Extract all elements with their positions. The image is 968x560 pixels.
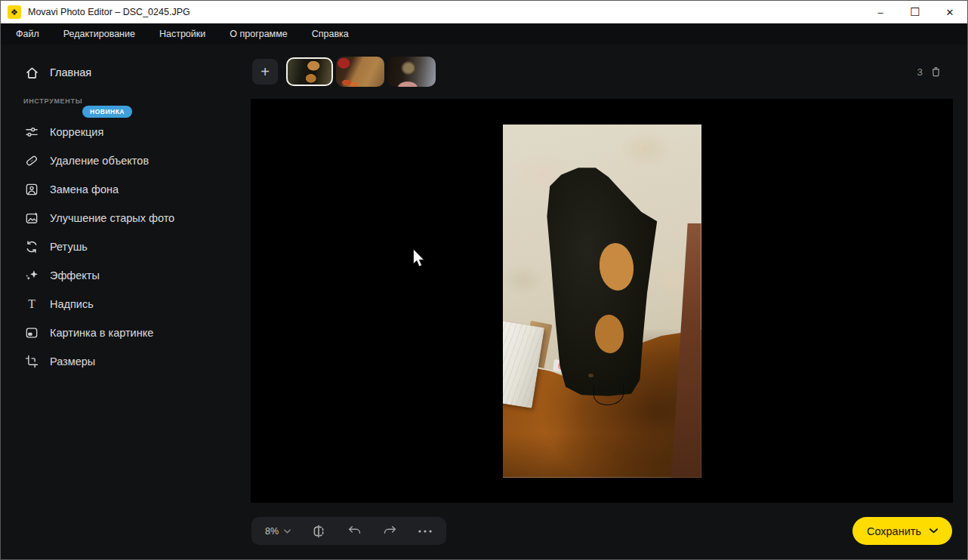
- sidebar-item-home[interactable]: Главная: [1, 58, 251, 87]
- window-controls: – ☐ ✕: [863, 1, 967, 23]
- menu-edit[interactable]: Редактирование: [51, 23, 147, 45]
- sidebar-section-label: ИНСТРУМЕНТЫ: [23, 97, 251, 105]
- portrait-icon: [23, 181, 40, 198]
- sidebar-item-adjustments[interactable]: Коррекция: [1, 118, 251, 146]
- titlebar: ❖ Movavi Photo Editor – DSC_0245.JPG – ☐…: [1, 1, 967, 23]
- close-button[interactable]: ✕: [933, 1, 967, 23]
- minimize-button[interactable]: –: [863, 1, 898, 23]
- photo-count: 3: [917, 66, 923, 78]
- sidebar-item-resize[interactable]: Размеры: [1, 347, 251, 376]
- picture-in-picture-icon: [23, 325, 40, 341]
- menubar: Файл Редактирование Настройки О программ…: [1, 23, 967, 45]
- sidebar-item-background-replacement[interactable]: Замена фона: [1, 175, 251, 204]
- sidebar-item-picture-in-picture[interactable]: Картинка в картинке: [1, 318, 251, 347]
- sidebar-item-object-removal[interactable]: Удаление объектов: [1, 146, 251, 175]
- new-feature-badge: НОВИНКА: [82, 106, 132, 118]
- menu-about[interactable]: О программе: [217, 23, 299, 45]
- undo-button[interactable]: [347, 524, 362, 539]
- sidebar-item-label: Картинка в картинке: [50, 327, 153, 339]
- maximize-button[interactable]: ☐: [898, 1, 933, 23]
- sidebar-item-label: Эффекты: [50, 269, 100, 282]
- text-icon: T: [23, 296, 40, 312]
- main-area: + 3: [251, 45, 967, 559]
- thumbnail-3[interactable]: [387, 57, 436, 87]
- bottom-bar: 8%: [251, 503, 967, 559]
- sidebar-item-label: Улучшение старых фото: [50, 212, 174, 224]
- photo-restore-icon: [23, 210, 40, 226]
- eraser-icon: [23, 152, 40, 169]
- svg-text:T: T: [28, 297, 35, 310]
- view-toolbar: 8%: [251, 517, 446, 545]
- zoom-level-value: 8%: [265, 526, 279, 537]
- before-after-compare-button[interactable]: [311, 524, 326, 539]
- save-button-label: Сохранить: [867, 525, 921, 537]
- more-options-button[interactable]: [418, 524, 433, 539]
- sidebar-item-label: Ретушь: [50, 241, 88, 253]
- sidebar: Главная ИНСТРУМЕНТЫ НОВИНКА Коррекция Уд…: [1, 45, 251, 559]
- effects-sparkle-icon: [23, 267, 40, 284]
- retouch-icon: [23, 238, 40, 255]
- zoom-level-dropdown[interactable]: 8%: [265, 526, 291, 537]
- home-icon: [23, 64, 40, 81]
- menu-help[interactable]: Справка: [300, 23, 361, 45]
- app-window: ❖ Movavi Photo Editor – DSC_0245.JPG – ☐…: [0, 0, 968, 560]
- redo-button[interactable]: [382, 524, 397, 539]
- mouse-cursor: [412, 248, 427, 269]
- crop-icon: [23, 353, 40, 370]
- photo-eyelet: [588, 374, 593, 377]
- window-title: Movavi Photo Editor – DSC_0245.JPG: [28, 7, 190, 17]
- sidebar-item-label: Размеры: [50, 355, 95, 368]
- sidebar-item-text[interactable]: T Надпись: [1, 290, 251, 318]
- thumbnail-1-selected[interactable]: [286, 57, 333, 86]
- sidebar-item-old-photo-restoration[interactable]: Улучшение старых фото: [1, 204, 251, 232]
- save-button[interactable]: Сохранить: [852, 517, 952, 545]
- sidebar-item-label: Коррекция: [50, 126, 103, 138]
- thumbnail-2[interactable]: [336, 57, 384, 87]
- sidebar-item-label: Удаление объектов: [50, 155, 149, 167]
- sidebar-item-label: Надпись: [50, 298, 94, 310]
- sidebar-home-label: Главная: [50, 66, 91, 78]
- menu-settings[interactable]: Настройки: [147, 23, 217, 45]
- sliders-icon: [23, 124, 40, 140]
- sidebar-item-retouch[interactable]: Ретушь: [1, 232, 251, 261]
- sidebar-tools: Коррекция Удаление объектов Замена фона: [1, 118, 251, 376]
- thumbnail-strip: + 3: [251, 45, 967, 99]
- photo-canvas: [251, 99, 953, 503]
- sidebar-item-label: Замена фона: [50, 183, 119, 195]
- sidebar-item-effects[interactable]: Эффекты: [1, 261, 251, 290]
- photo-dsc-0245: [503, 125, 701, 478]
- trash-icon[interactable]: [929, 65, 942, 78]
- add-photo-button[interactable]: +: [252, 59, 278, 85]
- chevron-down-icon: [284, 529, 291, 534]
- menu-file[interactable]: Файл: [4, 23, 51, 45]
- chevron-down-icon[interactable]: [929, 528, 938, 534]
- app-logo-icon: ❖: [8, 5, 21, 19]
